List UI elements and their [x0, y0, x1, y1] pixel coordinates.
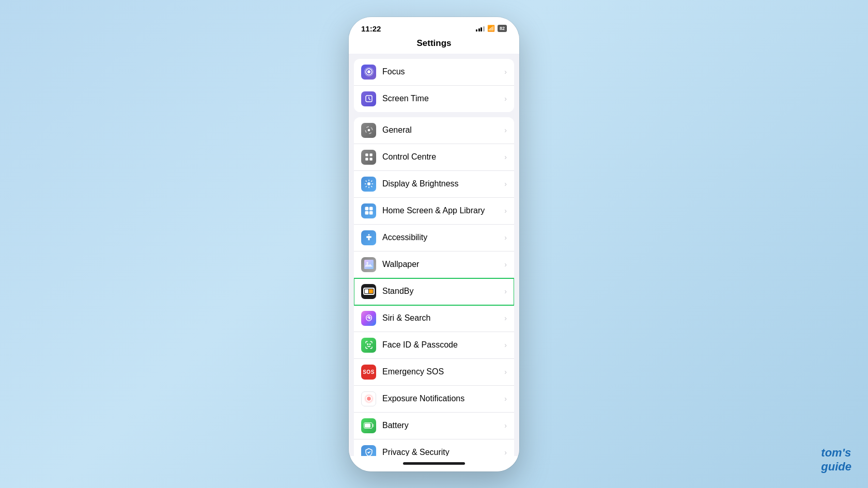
display-icon-svg	[364, 179, 374, 188]
accessibility-icon-svg	[364, 233, 374, 242]
settings-row-exposure[interactable]: Exposure Notifications ›	[354, 386, 514, 413]
homescreen-icon	[361, 203, 376, 218]
section-2: General › Control Centre ›	[354, 117, 514, 456]
svg-rect-7	[365, 158, 368, 161]
siri-label: Siri & Search	[382, 313, 504, 323]
siri-chevron: ›	[504, 314, 507, 322]
homescreen-label: Home Screen & App Library	[382, 206, 504, 215]
accessibility-chevron: ›	[504, 233, 507, 242]
general-icon	[361, 123, 376, 138]
exposure-chevron: ›	[504, 395, 507, 403]
display-icon	[361, 177, 376, 192]
display-label: Display & Brightness	[382, 179, 504, 188]
screentime-chevron: ›	[504, 95, 507, 103]
settings-row-display[interactable]: Display & Brightness ›	[354, 171, 514, 198]
focus-icon	[361, 65, 376, 80]
svg-point-0	[367, 70, 370, 73]
svg-rect-11	[369, 207, 373, 211]
accessibility-label: Accessibility	[382, 233, 504, 242]
faceid-chevron: ›	[504, 341, 507, 349]
battery-chevron: ›	[504, 421, 507, 430]
battery-label: Battery	[382, 421, 504, 430]
wallpaper-icon	[361, 257, 376, 272]
svg-rect-25	[365, 423, 370, 428]
general-label: General	[382, 125, 504, 135]
toms-guide-line1: tom's	[821, 446, 851, 460]
settings-row-homescreen[interactable]: Home Screen & App Library ›	[354, 198, 514, 225]
svg-point-19	[369, 344, 370, 345]
battery-icon-svg	[364, 422, 374, 429]
svg-rect-6	[369, 153, 372, 156]
standby-label: StandBy	[382, 287, 504, 296]
svg-rect-24	[373, 424, 374, 427]
settings-row-emergency[interactable]: SOS Emergency SOS ›	[354, 359, 514, 386]
svg-point-4	[367, 129, 370, 132]
settings-row-faceid[interactable]: Face ID & Passcode ›	[354, 332, 514, 359]
settings-row-focus[interactable]: Focus ›	[354, 59, 514, 86]
svg-point-14	[368, 234, 369, 235]
standby-icon	[361, 284, 376, 299]
settings-row-screentime[interactable]: Screen Time ›	[354, 86, 514, 112]
settings-row-privacy[interactable]: Privacy & Security ›	[354, 439, 514, 456]
svg-point-16	[366, 262, 368, 264]
signal-bars-icon	[476, 26, 485, 32]
home-indicator	[349, 456, 519, 471]
svg-rect-8	[369, 158, 372, 161]
settings-row-controlcentre[interactable]: Control Centre ›	[354, 144, 514, 171]
siri-icon	[361, 311, 376, 326]
status-bar: 11:22 📶 82	[349, 17, 519, 36]
section-1: Focus › Screen Time ›	[354, 59, 514, 112]
battery-icon-row	[361, 418, 376, 433]
wallpaper-chevron: ›	[504, 260, 507, 269]
emergency-icon-text: SOS	[363, 369, 375, 375]
svg-rect-15	[364, 260, 374, 269]
emergency-label: Emergency SOS	[382, 367, 504, 376]
emergency-icon: SOS	[361, 365, 376, 380]
settings-row-wallpaper[interactable]: Wallpaper ›	[354, 251, 514, 278]
svg-point-18	[367, 344, 368, 345]
settings-row-battery[interactable]: Battery ›	[354, 413, 514, 439]
controlcentre-icon	[361, 150, 376, 165]
accessibility-icon	[361, 230, 376, 245]
screentime-label: Screen Time	[382, 94, 504, 103]
siri-icon-svg	[364, 313, 374, 323]
svg-rect-12	[365, 211, 368, 215]
faceid-icon	[361, 338, 376, 353]
settings-row-accessibility[interactable]: Accessibility ›	[354, 225, 514, 251]
privacy-icon	[361, 445, 376, 456]
home-bar	[403, 462, 465, 465]
svg-point-17	[368, 317, 369, 318]
settings-row-general[interactable]: General ›	[354, 117, 514, 144]
svg-rect-10	[365, 207, 368, 211]
exposure-icon-svg	[364, 394, 374, 403]
svg-rect-5	[365, 153, 368, 156]
focus-icon-svg	[364, 67, 374, 76]
exposure-icon	[361, 391, 376, 406]
settings-row-siri[interactable]: Siri & Search ›	[354, 305, 514, 332]
privacy-label: Privacy & Security	[382, 448, 504, 456]
wallpaper-icon-svg	[364, 260, 374, 269]
controlcentre-icon-svg	[364, 152, 374, 162]
phone-frame: 11:22 📶 82 Settings	[349, 17, 519, 471]
display-chevron: ›	[504, 180, 507, 188]
screentime-icon	[361, 91, 376, 106]
standby-chevron: ›	[504, 287, 507, 295]
emergency-chevron: ›	[504, 368, 507, 376]
homescreen-chevron: ›	[504, 207, 507, 215]
status-icons: 📶 82	[476, 25, 507, 32]
privacy-chevron: ›	[504, 448, 507, 456]
svg-rect-13	[369, 211, 373, 215]
focus-label: Focus	[382, 67, 504, 76]
faceid-label: Face ID & Passcode	[382, 340, 504, 350]
settings-scroll[interactable]: Focus › Screen Time ›	[349, 54, 519, 456]
controlcentre-label: Control Centre	[382, 152, 504, 162]
privacy-icon-svg	[364, 448, 374, 456]
battery-icon: 82	[498, 25, 507, 32]
toms-guide-line2: guide	[821, 460, 851, 474]
wifi-icon: 📶	[487, 25, 495, 32]
standby-icon-inner	[363, 288, 375, 295]
screentime-icon-svg	[364, 94, 374, 103]
status-time: 11:22	[361, 24, 381, 33]
settings-row-standby[interactable]: StandBy ›	[354, 278, 514, 305]
focus-chevron: ›	[504, 68, 507, 76]
